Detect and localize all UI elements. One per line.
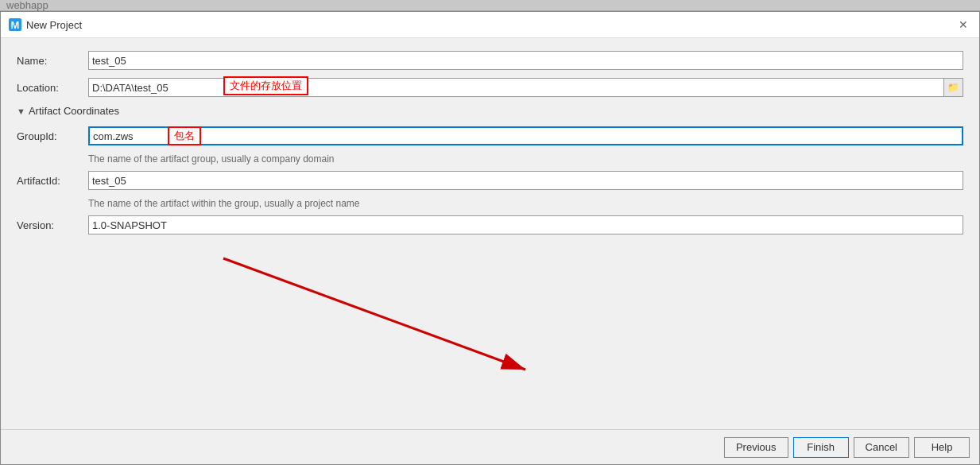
dialog-titlebar: M New Project ✕ <box>1 12 979 38</box>
name-label: Name: <box>17 55 88 67</box>
location-label: Location: <box>17 82 88 94</box>
browse-button[interactable]: 📁 <box>944 78 963 97</box>
dialog-footer: Previous Finish Cancel Help <box>1 429 979 464</box>
red-arrow-icon <box>176 242 573 386</box>
location-input[interactable] <box>88 78 944 97</box>
location-row: Location: 📁 文件的存放位置 <box>17 78 963 97</box>
groupid-row: GroupId: 包名 <box>17 126 963 145</box>
previous-button[interactable]: Previous <box>724 437 788 458</box>
arrow-area <box>17 242 963 386</box>
version-label: Version: <box>17 219 88 231</box>
artifactid-input[interactable] <box>88 171 963 190</box>
cancel-button[interactable]: Cancel <box>854 437 909 458</box>
artifactid-helper: The name of the artifact within the grou… <box>88 198 963 209</box>
groupid-label: GroupId: <box>17 130 88 142</box>
close-button[interactable]: ✕ <box>955 17 971 33</box>
name-input[interactable] <box>88 51 963 70</box>
artifactid-row: ArtifactId: <box>17 171 963 190</box>
help-button[interactable]: Help <box>914 437 970 458</box>
version-input[interactable] <box>88 215 963 234</box>
section-title: Artifact Coordinates <box>29 105 119 117</box>
artifact-section-header: ▼ Artifact Coordinates <box>17 105 963 117</box>
svg-line-1 <box>223 258 525 370</box>
groupid-input[interactable] <box>88 126 963 145</box>
version-row: Version: <box>17 215 963 234</box>
section-toggle[interactable]: ▼ <box>17 107 25 116</box>
groupid-helper: The name of the artifact group, usually … <box>88 153 963 165</box>
taskbar-label: webhapp <box>6 0 48 11</box>
artifactid-label: ArtifactId: <box>17 175 88 187</box>
finish-button[interactable]: Finish <box>793 437 849 458</box>
name-row: Name: <box>17 51 963 70</box>
dialog-icon: M <box>9 18 21 31</box>
dialog-title: New Project <box>26 19 82 31</box>
